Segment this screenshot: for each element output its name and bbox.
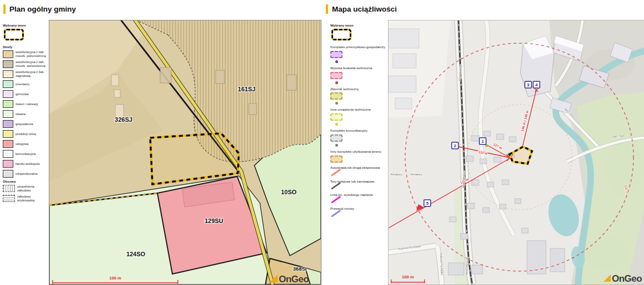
legend-item-dot (335, 60, 338, 63)
zone-label: wielofunkcyjna z zab. mieszk. wielorodzi… (16, 60, 48, 68)
page-title: Plan ogólny gminy (9, 5, 76, 13)
zone-swatch (3, 140, 13, 148)
legend-item-dot (335, 81, 338, 84)
legend-item-swatch (330, 92, 343, 100)
zone-label-124so: 124SO (126, 251, 146, 257)
zone-label: produkcji rolnej (16, 132, 36, 136)
legend-item: Wysoka budowla techniczna (330, 66, 386, 84)
selected-terrain-swatch (331, 29, 351, 40)
legend-item-label: Inne urządzenie techniczne (330, 108, 386, 112)
zone-swatch (3, 170, 13, 178)
selected-terrain-swatch (4, 29, 24, 40)
legend-item: zabudowy śródmiejskiej (3, 195, 48, 203)
legend-item: wielofunkcyjna z zab. mieszk. jednorodzi… (3, 50, 48, 58)
marker-1[interactable]: 1 (479, 138, 486, 144)
zone-swatch (3, 70, 13, 78)
legend-item-label: Inny kompleks użytkowania terenu (330, 150, 386, 154)
zone-swatch (3, 50, 13, 58)
legend-item: Przewód rurowy (330, 207, 386, 217)
legend-item-swatch (330, 51, 343, 58)
legend-item: infrastrukturalna (3, 170, 48, 178)
zone-label: zieleni i rekreacji (16, 102, 38, 106)
legend-item: Kompleks komunikacyjny (330, 129, 386, 147)
panel-general-plan: Plan ogólny gminy Wybrany teren Strefy w… (0, 0, 321, 285)
scale-label: 100 m (109, 276, 121, 281)
zone-label: gospodarcza (16, 122, 33, 126)
zone-label: cmentarzy (16, 82, 29, 86)
areas-header: Obszary (3, 180, 48, 183)
area-swatch (3, 195, 15, 202)
marker-5[interactable]: 5 (424, 200, 431, 206)
zone-swatch (3, 160, 13, 168)
area-label: uzupełnienia zabudowy (17, 185, 48, 193)
legend-item-swatch (330, 156, 343, 163)
marker-3[interactable]: 3 (525, 81, 531, 88)
accent-bar (3, 4, 6, 14)
legend-plan: Wybrany teren Strefy wielofunkcyjna z za… (3, 22, 48, 205)
street-label: Armatury (391, 173, 402, 176)
zone-swatch (3, 150, 13, 158)
svg-text:3: 3 (527, 82, 530, 87)
legend-item: Linia en. wysokiego napięcia (330, 193, 386, 204)
legend-item: uzupełnienia zabudowy (3, 185, 48, 193)
zone-label: górnictwa (16, 92, 29, 96)
svg-text:2: 2 (454, 143, 457, 148)
legend-item-label: Kompleks komunikacyjny (330, 129, 386, 133)
panel-nuisance-map: Mapa uciążliwości Wybrany teren Kompleks… (323, 0, 644, 285)
area-swatch (3, 185, 15, 192)
area-label: zabudowy śródmiejskiej (17, 195, 48, 203)
zone-label: wielofunkcyjna z zab. zagrodową (16, 70, 48, 78)
plan-map[interactable]: 161SJ 326SJ 10SO 129SU 124SO 368SI 100 m… (49, 20, 321, 285)
nuisance-map[interactable]: 300 m 127 m 131 m 146 m | 149 m 141 m 1 … (388, 20, 644, 285)
svg-text:4: 4 (535, 82, 538, 87)
legend-item: handlu wielkopow. (3, 160, 48, 168)
zone-label: otwarta (16, 112, 25, 116)
legend-nuisance: Wybrany teren Kompleks przemysłowo-gospo… (330, 22, 386, 221)
logo-text: OnGeo (612, 273, 642, 284)
zone-swatch (3, 110, 13, 118)
legend-item: Inne urządzenie techniczne (330, 108, 386, 126)
marker-2[interactable]: 2 (452, 142, 458, 149)
legend-item-label: Wysoka budowla techniczna (330, 66, 386, 71)
zone-label: usługowa (16, 142, 28, 146)
zone-label: handlu wielkopow. (16, 162, 40, 166)
legend-item-swatch (330, 134, 343, 142)
legend-item: Inny kompleks użytkowania terenu (330, 150, 386, 163)
marker-4[interactable]: 4 (533, 81, 540, 88)
selected-terrain-label: Wybrany teren (330, 24, 386, 27)
legend-item: wielofunkcyjna z zab. mieszk. wielorodzi… (3, 60, 48, 68)
zone-label-326sj: 326SJ (115, 116, 132, 123)
legend-item: wielofunkcyjna z zab. zagrodową (3, 70, 48, 78)
zone-label-161sj: 161SJ (238, 86, 255, 92)
legend-item-dot (335, 123, 338, 126)
legend-item-swatch (330, 72, 343, 79)
legend-item: cmentarzy (3, 80, 48, 88)
zone-swatch (3, 90, 13, 98)
zone-label: komunikacyjna (16, 152, 35, 156)
legend-item: Tory kolejowe lub tramwajowe (330, 180, 386, 190)
zone-label-129su: 129SU (205, 217, 223, 224)
legend-item-label: Zbiornik techniczny (330, 87, 386, 92)
legend-item: otwarta (3, 110, 48, 118)
logo-text: OnGeo (279, 274, 309, 284)
legend-item: komunikacyjna (3, 150, 48, 158)
selected-terrain-label: Wybrany teren (3, 24, 48, 27)
panel-header: Plan ogólny gminy (3, 4, 76, 14)
legend-item: zieleni i rekreacji (3, 100, 48, 108)
zone-label: infrastrukturalna (16, 172, 37, 176)
legend-item: gospodarcza (3, 120, 48, 128)
zone-swatch (3, 60, 13, 68)
legend-item-swatch (330, 113, 343, 121)
zone-label-10so: 10SO (281, 189, 297, 195)
legend-item: produkcji rolnej (3, 130, 48, 138)
svg-text:5: 5 (426, 201, 429, 206)
legend-item-dot (335, 144, 338, 147)
legend-item-label: Kompleks przemysłowo-gospodarczy (330, 45, 386, 50)
panel-header: Mapa uciążliwości (326, 4, 397, 14)
zone-swatch (3, 80, 13, 88)
accent-bar (326, 4, 328, 14)
legend-item: Kompleks przemysłowo-gospodarczy (330, 45, 386, 63)
zones-header: Strefy (3, 45, 48, 49)
zone-label: wielofunkcyjna z zab. mieszk. jednorodzi… (16, 50, 48, 58)
scale-label: 100 m (402, 274, 414, 279)
